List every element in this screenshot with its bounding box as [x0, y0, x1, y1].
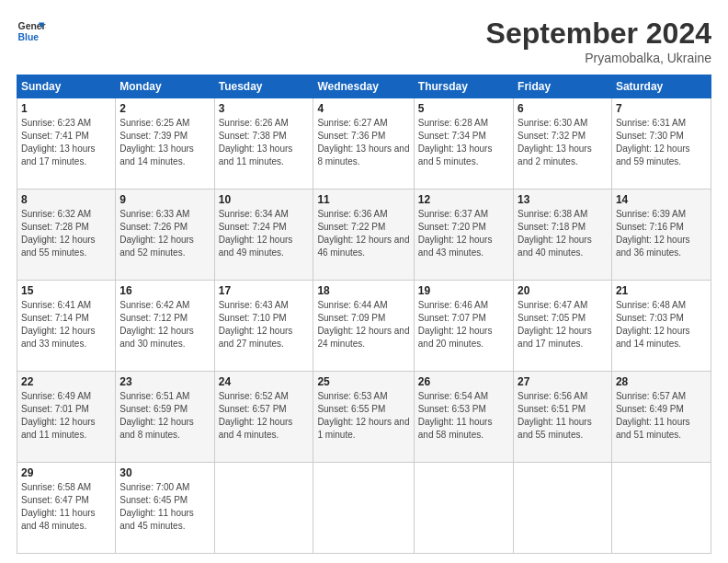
day-info: Sunrise: 6:31 AM Sunset: 7:30 PM Dayligh… [616, 118, 690, 167]
header-tuesday: Tuesday [214, 75, 313, 98]
table-row: 6 Sunrise: 6:30 AM Sunset: 7:32 PM Dayli… [514, 98, 612, 190]
logo-icon: General Blue [17, 17, 46, 46]
table-row [514, 463, 612, 554]
day-number: 1 [21, 102, 111, 115]
day-number: 11 [317, 193, 409, 206]
day-number: 13 [518, 193, 608, 206]
day-info: Sunrise: 6:25 AM Sunset: 7:39 PM Dayligh… [119, 118, 194, 167]
day-info: Sunrise: 6:56 AM Sunset: 6:51 PM Dayligh… [518, 391, 592, 440]
day-number: 9 [119, 193, 210, 206]
day-info: Sunrise: 6:28 AM Sunset: 7:34 PM Dayligh… [418, 118, 493, 167]
table-row [313, 463, 414, 554]
table-row [214, 463, 313, 554]
day-number: 21 [616, 284, 707, 297]
table-row: 19 Sunrise: 6:46 AM Sunset: 7:07 PM Dayl… [414, 281, 513, 372]
table-row: 17 Sunrise: 6:43 AM Sunset: 7:10 PM Dayl… [214, 281, 313, 372]
day-info: Sunrise: 7:00 AM Sunset: 6:45 PM Dayligh… [119, 482, 194, 531]
day-info: Sunrise: 6:33 AM Sunset: 7:26 PM Dayligh… [119, 209, 194, 258]
day-info: Sunrise: 6:48 AM Sunset: 7:03 PM Dayligh… [616, 300, 690, 349]
day-info: Sunrise: 6:27 AM Sunset: 7:36 PM Dayligh… [317, 118, 409, 167]
page: General Blue September 2024 Pryamobalka,… [0, 0, 728, 563]
header-monday: Monday [116, 75, 214, 98]
day-number: 16 [119, 284, 210, 297]
day-info: Sunrise: 6:38 AM Sunset: 7:18 PM Dayligh… [518, 209, 592, 258]
header-saturday: Saturday [611, 75, 711, 98]
day-number: 23 [119, 375, 210, 388]
day-number: 2 [119, 102, 210, 115]
header-sunday: Sunday [17, 75, 116, 98]
table-row: 13 Sunrise: 6:38 AM Sunset: 7:18 PM Dayl… [514, 190, 612, 281]
day-number: 7 [616, 102, 707, 115]
table-row: 23 Sunrise: 6:51 AM Sunset: 6:59 PM Dayl… [116, 372, 214, 463]
table-row: 30 Sunrise: 7:00 AM Sunset: 6:45 PM Dayl… [116, 463, 214, 554]
day-info: Sunrise: 6:47 AM Sunset: 7:05 PM Dayligh… [518, 300, 592, 349]
table-row: 7 Sunrise: 6:31 AM Sunset: 7:30 PM Dayli… [611, 98, 711, 190]
day-number: 30 [119, 466, 210, 479]
table-row: 15 Sunrise: 6:41 AM Sunset: 7:14 PM Dayl… [17, 281, 116, 372]
day-info: Sunrise: 6:34 AM Sunset: 7:24 PM Dayligh… [219, 209, 293, 258]
day-number: 12 [418, 193, 509, 206]
day-info: Sunrise: 6:52 AM Sunset: 6:57 PM Dayligh… [219, 391, 293, 440]
day-info: Sunrise: 6:58 AM Sunset: 6:47 PM Dayligh… [21, 482, 96, 531]
day-info: Sunrise: 6:42 AM Sunset: 7:12 PM Dayligh… [119, 300, 194, 349]
table-row: 12 Sunrise: 6:37 AM Sunset: 7:20 PM Dayl… [414, 190, 513, 281]
day-info: Sunrise: 6:41 AM Sunset: 7:14 PM Dayligh… [21, 300, 96, 349]
table-row: 20 Sunrise: 6:47 AM Sunset: 7:05 PM Dayl… [514, 281, 612, 372]
table-row: 22 Sunrise: 6:49 AM Sunset: 7:01 PM Dayl… [17, 372, 116, 463]
day-number: 4 [317, 102, 409, 115]
table-row [611, 463, 711, 554]
header-thursday: Thursday [414, 75, 513, 98]
calendar-week-row: 8 Sunrise: 6:32 AM Sunset: 7:28 PM Dayli… [17, 190, 711, 281]
calendar-week-row: 15 Sunrise: 6:41 AM Sunset: 7:14 PM Dayl… [17, 281, 711, 372]
day-number: 19 [418, 284, 509, 297]
day-info: Sunrise: 6:54 AM Sunset: 6:53 PM Dayligh… [418, 391, 493, 440]
day-number: 8 [21, 193, 111, 206]
day-info: Sunrise: 6:44 AM Sunset: 7:09 PM Dayligh… [317, 300, 409, 349]
table-row [414, 463, 513, 554]
day-info: Sunrise: 6:30 AM Sunset: 7:32 PM Dayligh… [518, 118, 592, 167]
svg-text:Blue: Blue [18, 32, 40, 42]
day-info: Sunrise: 6:26 AM Sunset: 7:38 PM Dayligh… [219, 118, 293, 167]
title-block: September 2024 Pryamobalka, Ukraine [486, 17, 711, 65]
day-number: 3 [219, 102, 310, 115]
table-row: 26 Sunrise: 6:54 AM Sunset: 6:53 PM Dayl… [414, 372, 513, 463]
day-info: Sunrise: 6:23 AM Sunset: 7:41 PM Dayligh… [21, 118, 96, 167]
calendar-week-row: 1 Sunrise: 6:23 AM Sunset: 7:41 PM Dayli… [17, 98, 711, 190]
table-row: 11 Sunrise: 6:36 AM Sunset: 7:22 PM Dayl… [313, 190, 414, 281]
header-wednesday: Wednesday [313, 75, 414, 98]
day-number: 25 [317, 375, 409, 388]
day-number: 6 [518, 102, 608, 115]
day-number: 18 [317, 284, 409, 297]
day-number: 29 [21, 466, 111, 479]
day-info: Sunrise: 6:43 AM Sunset: 7:10 PM Dayligh… [219, 300, 293, 349]
day-number: 24 [219, 375, 310, 388]
table-row: 29 Sunrise: 6:58 AM Sunset: 6:47 PM Dayl… [17, 463, 116, 554]
table-row: 25 Sunrise: 6:53 AM Sunset: 6:55 PM Dayl… [313, 372, 414, 463]
table-row: 5 Sunrise: 6:28 AM Sunset: 7:34 PM Dayli… [414, 98, 513, 190]
logo: General Blue [17, 17, 46, 46]
day-number: 26 [418, 375, 509, 388]
table-row: 3 Sunrise: 6:26 AM Sunset: 7:38 PM Dayli… [214, 98, 313, 190]
table-row: 16 Sunrise: 6:42 AM Sunset: 7:12 PM Dayl… [116, 281, 214, 372]
table-row: 9 Sunrise: 6:33 AM Sunset: 7:26 PM Dayli… [116, 190, 214, 281]
calendar-table: Sunday Monday Tuesday Wednesday Thursday… [17, 75, 711, 554]
day-number: 5 [418, 102, 509, 115]
table-row: 10 Sunrise: 6:34 AM Sunset: 7:24 PM Dayl… [214, 190, 313, 281]
table-row: 2 Sunrise: 6:25 AM Sunset: 7:39 PM Dayli… [116, 98, 214, 190]
table-row: 1 Sunrise: 6:23 AM Sunset: 7:41 PM Dayli… [17, 98, 116, 190]
day-info: Sunrise: 6:37 AM Sunset: 7:20 PM Dayligh… [418, 209, 493, 258]
header-friday: Friday [514, 75, 612, 98]
day-info: Sunrise: 6:53 AM Sunset: 6:55 PM Dayligh… [317, 391, 409, 440]
day-number: 28 [616, 375, 707, 388]
day-info: Sunrise: 6:46 AM Sunset: 7:07 PM Dayligh… [418, 300, 493, 349]
day-info: Sunrise: 6:49 AM Sunset: 7:01 PM Dayligh… [21, 391, 96, 440]
table-row: 18 Sunrise: 6:44 AM Sunset: 7:09 PM Dayl… [313, 281, 414, 372]
day-info: Sunrise: 6:32 AM Sunset: 7:28 PM Dayligh… [21, 209, 96, 258]
table-row: 8 Sunrise: 6:32 AM Sunset: 7:28 PM Dayli… [17, 190, 116, 281]
location-subtitle: Pryamobalka, Ukraine [486, 51, 711, 65]
table-row: 14 Sunrise: 6:39 AM Sunset: 7:16 PM Dayl… [611, 190, 711, 281]
day-info: Sunrise: 6:57 AM Sunset: 6:49 PM Dayligh… [616, 391, 690, 440]
day-info: Sunrise: 6:36 AM Sunset: 7:22 PM Dayligh… [317, 209, 409, 258]
day-number: 14 [616, 193, 707, 206]
table-row: 24 Sunrise: 6:52 AM Sunset: 6:57 PM Dayl… [214, 372, 313, 463]
